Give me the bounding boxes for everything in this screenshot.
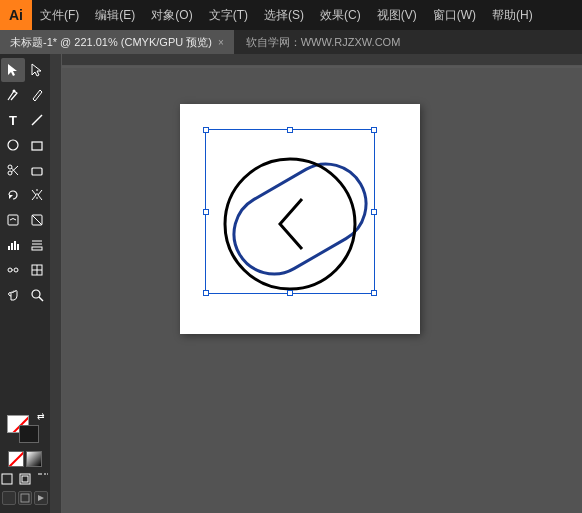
- ai-logo: Ai: [0, 0, 32, 30]
- graphic-svg: [200, 124, 400, 314]
- draw-normal-icon[interactable]: [0, 471, 15, 487]
- puppet-warp-tool[interactable]: [25, 208, 49, 232]
- rotate-tool[interactable]: [1, 183, 25, 207]
- svg-marker-11: [9, 195, 13, 199]
- navigate-tools: [0, 283, 50, 307]
- tab-bar: 未标题-1* @ 221.01% (CMYK/GPU 预览) × 软自学网：WW…: [0, 30, 582, 54]
- title-bar: Ai 文件(F) 编辑(E) 对象(O) 文字(T) 选择(S) 效果(C) 视…: [0, 0, 582, 30]
- symbol-tool[interactable]: [25, 233, 49, 257]
- active-tab[interactable]: 未标题-1* @ 221.01% (CMYK/GPU 预览) ×: [0, 30, 234, 54]
- cut-tools: [0, 158, 50, 182]
- svg-rect-19: [17, 244, 19, 250]
- hand-tool[interactable]: [1, 283, 25, 307]
- svg-marker-0: [8, 64, 17, 76]
- gradient-button[interactable]: [26, 451, 42, 467]
- svg-rect-10: [32, 168, 42, 175]
- artboard: [180, 104, 420, 334]
- pen-tool[interactable]: [1, 83, 25, 107]
- menu-text[interactable]: 文字(T): [201, 0, 256, 30]
- selection-tools: [0, 58, 50, 82]
- transform-tools: [0, 183, 50, 207]
- graph-tool[interactable]: [1, 233, 25, 257]
- svg-rect-16: [8, 246, 10, 250]
- svg-rect-20: [32, 247, 42, 250]
- toolbar: T: [0, 54, 50, 513]
- main-area: T: [0, 54, 582, 513]
- warp-tool[interactable]: [1, 208, 25, 232]
- blend-tool[interactable]: [1, 258, 25, 282]
- draw-inside-icon[interactable]: [35, 471, 50, 487]
- pen-tools: [0, 83, 50, 107]
- reflect-tool[interactable]: [25, 183, 49, 207]
- svg-rect-17: [11, 243, 13, 250]
- svg-point-2: [13, 90, 16, 93]
- svg-point-4: [8, 140, 18, 150]
- menu-view[interactable]: 视图(V): [369, 0, 425, 30]
- ellipse-tool[interactable]: [1, 133, 25, 157]
- fill-stroke-swatches[interactable]: ⇄: [7, 411, 43, 447]
- tab-close-button[interactable]: ×: [218, 37, 224, 48]
- draw-behind-icon[interactable]: [17, 471, 33, 487]
- full-screen-mode[interactable]: [18, 491, 32, 505]
- menu-window[interactable]: 窗口(W): [425, 0, 484, 30]
- site-label: 软自学网：WWW.RJZXW.COM: [234, 30, 413, 54]
- svg-rect-5: [32, 142, 42, 150]
- normal-screen-mode[interactable]: [2, 491, 16, 505]
- rectangle-tool[interactable]: [25, 133, 49, 157]
- svg-marker-1: [32, 64, 41, 76]
- svg-rect-31: [2, 474, 12, 484]
- line-tool[interactable]: [25, 108, 49, 132]
- warp-tools: [0, 208, 50, 232]
- menu-edit[interactable]: 编辑(E): [87, 0, 143, 30]
- scissors-tool[interactable]: [1, 158, 25, 182]
- menu-effect[interactable]: 效果(C): [312, 0, 369, 30]
- no-color-button[interactable]: [8, 451, 24, 467]
- pencil-tool[interactable]: [25, 83, 49, 107]
- select-tool[interactable]: [1, 58, 25, 82]
- svg-point-24: [14, 268, 18, 272]
- graph-tools: [0, 233, 50, 257]
- mesh-tool[interactable]: [25, 258, 49, 282]
- shape-tools: [0, 133, 50, 157]
- menu-file[interactable]: 文件(F): [32, 0, 87, 30]
- eraser-tool[interactable]: [25, 158, 49, 182]
- direct-select-tool[interactable]: [25, 58, 49, 82]
- menu-select[interactable]: 选择(S): [256, 0, 312, 30]
- svg-rect-36: [21, 494, 29, 502]
- zoom-tool[interactable]: [25, 283, 49, 307]
- color-section: ⇄: [0, 403, 50, 509]
- swap-colors-icon[interactable]: ⇄: [37, 411, 45, 421]
- svg-marker-37: [38, 495, 44, 501]
- svg-line-15: [32, 215, 42, 225]
- svg-rect-18: [14, 241, 16, 250]
- stroke-swatch[interactable]: [19, 425, 39, 443]
- canvas-area[interactable]: // inline tick marks using CSS approach: [50, 54, 582, 513]
- vertical-ruler: [50, 54, 62, 513]
- type-tool[interactable]: T: [1, 108, 25, 132]
- svg-rect-13: [8, 215, 18, 225]
- svg-line-30: [39, 297, 43, 301]
- svg-rect-33: [22, 476, 28, 482]
- screen-mode-buttons: [2, 491, 48, 505]
- svg-point-29: [32, 290, 40, 298]
- type-tools: T: [0, 108, 50, 132]
- color-mode-row: [8, 451, 42, 467]
- svg-line-3: [32, 115, 42, 125]
- menu-object[interactable]: 对象(O): [143, 0, 200, 30]
- horizontal-ruler: // inline tick marks using CSS approach: [62, 54, 582, 66]
- presentation-mode[interactable]: [34, 491, 48, 505]
- menu-bar: 文件(F) 编辑(E) 对象(O) 文字(T) 选择(S) 效果(C) 视图(V…: [32, 0, 582, 30]
- menu-help[interactable]: 帮助(H): [484, 0, 541, 30]
- graphic-group[interactable]: [200, 124, 400, 314]
- svg-point-23: [8, 268, 12, 272]
- screen-mode-tools: [0, 471, 50, 487]
- tab-title: 未标题-1* @ 221.01% (CMYK/GPU 预览): [10, 35, 212, 50]
- blend-tools: [0, 258, 50, 282]
